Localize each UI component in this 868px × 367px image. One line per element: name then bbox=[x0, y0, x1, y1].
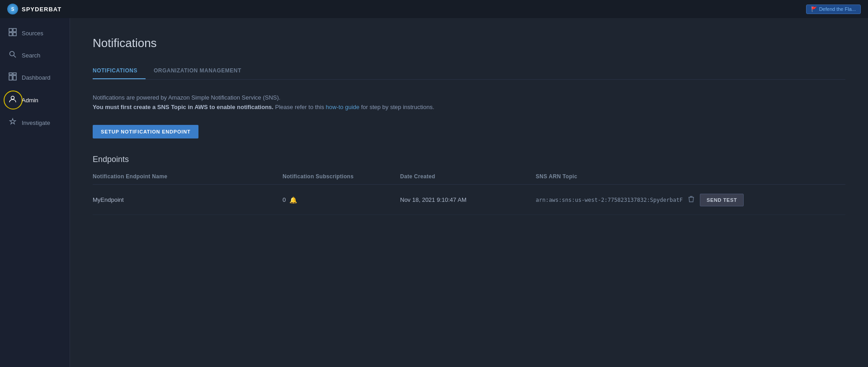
endpoint-arn-cell: arn:aws:sns:us-west-2:775823137832:Spyde… bbox=[536, 194, 845, 206]
dashboard-icon bbox=[8, 72, 17, 82]
sidebar-item-search[interactable]: Search bbox=[0, 44, 70, 66]
svg-rect-8 bbox=[9, 76, 12, 80]
svg-rect-1 bbox=[13, 29, 16, 32]
tab-bar: NOTIFICATIONS ORGANIZATION MANAGEMENT bbox=[93, 63, 845, 80]
logo: S SPYDERBAT bbox=[7, 4, 61, 14]
sidebar-item-admin[interactable]: Admin bbox=[0, 89, 70, 111]
delete-endpoint-button[interactable] bbox=[686, 194, 696, 206]
info-suffix-text: for step by step instructions. bbox=[361, 104, 434, 110]
info-middle-text: Please refer to this bbox=[275, 104, 326, 110]
table-header: Notification Endpoint Name Notification … bbox=[93, 173, 845, 185]
sidebar-investigate-label: Investigate bbox=[22, 119, 50, 126]
admin-icon bbox=[8, 95, 17, 105]
endpoint-name: MyEndpoint bbox=[93, 196, 283, 203]
endpoint-date: Nov 18, 2021 9:10:47 AM bbox=[400, 196, 536, 203]
svg-rect-7 bbox=[13, 73, 16, 75]
sidebar-admin-label: Admin bbox=[22, 97, 38, 104]
tab-org-management[interactable]: ORGANIZATION MANAGEMENT bbox=[154, 63, 250, 79]
sources-icon bbox=[8, 28, 17, 38]
col-header-arn: SNS ARN Topic bbox=[536, 173, 845, 180]
sidebar-item-sources[interactable]: Sources bbox=[0, 22, 70, 44]
svg-rect-0 bbox=[9, 29, 12, 32]
svg-rect-2 bbox=[9, 33, 12, 36]
svg-point-10 bbox=[11, 96, 14, 100]
bell-icon: 🔔 bbox=[289, 196, 297, 204]
flag-icon: 🚩 bbox=[811, 6, 817, 12]
col-header-name: Notification Endpoint Name bbox=[93, 173, 283, 180]
sidebar-item-dashboard[interactable]: Dashboard bbox=[0, 66, 70, 89]
svg-rect-9 bbox=[13, 76, 16, 80]
endpoint-subscriptions: 0 🔔 bbox=[283, 196, 400, 204]
topbar: S SPYDERBAT 🚩 Defend the Fla... bbox=[0, 0, 868, 18]
info-line1: Notifications are powered by Amazon Simp… bbox=[93, 93, 845, 103]
info-line2: You must first create a SNS Topic in AWS… bbox=[93, 103, 845, 112]
defend-flag-button[interactable]: 🚩 Defend the Fla... bbox=[806, 5, 861, 14]
logo-icon: S bbox=[7, 4, 18, 14]
col-header-subscriptions: Notification Subscriptions bbox=[283, 173, 400, 180]
send-test-button[interactable]: SEND TEST bbox=[700, 194, 744, 206]
logo-text: SPYDERBAT bbox=[22, 6, 61, 13]
svg-line-5 bbox=[14, 56, 16, 58]
sidebar-dashboard-label: Dashboard bbox=[22, 74, 51, 81]
info-bold-text: You must first create a SNS Topic in AWS… bbox=[93, 104, 274, 110]
endpoints-table: Notification Endpoint Name Notification … bbox=[93, 173, 845, 215]
tab-notifications[interactable]: NOTIFICATIONS bbox=[93, 63, 146, 79]
sidebar-search-label: Search bbox=[22, 52, 40, 59]
svg-point-4 bbox=[10, 52, 14, 56]
col-header-date: Date Created bbox=[400, 173, 536, 180]
page-title: Notifications bbox=[93, 36, 845, 50]
endpoints-section-title: Endpoints bbox=[93, 155, 845, 164]
setup-notification-endpoint-button[interactable]: SETUP NOTIFICATION ENDPOINT bbox=[93, 125, 198, 138]
sidebar: Sources Search Dashboard bbox=[0, 18, 70, 367]
how-to-guide-link[interactable]: how-to guide bbox=[326, 104, 359, 110]
subscription-count: 0 bbox=[283, 196, 286, 203]
sidebar-sources-label: Sources bbox=[22, 30, 43, 37]
svg-rect-6 bbox=[9, 73, 12, 75]
defend-flag-label: Defend the Fla... bbox=[819, 6, 856, 12]
svg-rect-3 bbox=[13, 33, 16, 36]
endpoint-arn: arn:aws:sns:us-west-2:775823137832:Spyde… bbox=[536, 197, 683, 203]
info-section: Notifications are powered by Amazon Simp… bbox=[93, 93, 845, 112]
investigate-icon bbox=[8, 118, 17, 128]
table-row: MyEndpoint 0 🔔 Nov 18, 2021 9:10:47 AM a… bbox=[93, 186, 845, 215]
main-content: Notifications NOTIFICATIONS ORGANIZATION… bbox=[70, 18, 868, 367]
main-layout: Sources Search Dashboard bbox=[0, 18, 868, 367]
search-icon bbox=[8, 51, 17, 60]
sidebar-item-investigate[interactable]: Investigate bbox=[0, 111, 70, 134]
